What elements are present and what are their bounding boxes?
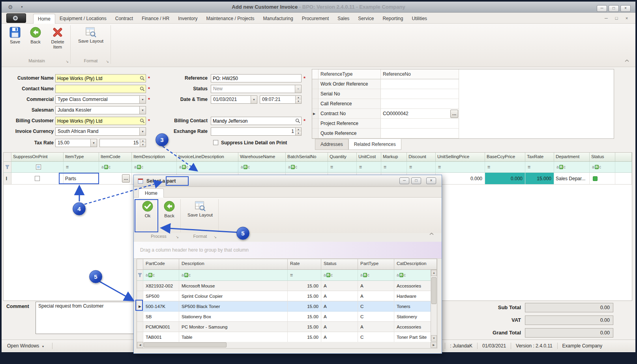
column-header[interactable]: PartCode	[143, 259, 179, 270]
column-header[interactable]: UnitSellingPrice	[436, 153, 485, 162]
part-code-cell[interactable]: PCMON001	[143, 322, 179, 332]
billing-customer-field[interactable]	[55, 117, 146, 125]
tax-rate-combo[interactable]: 15.00 ▼	[55, 139, 97, 147]
filter-checkbox-icon[interactable]	[36, 164, 41, 170]
tab-contract[interactable]: Contract	[111, 14, 137, 24]
reference-type-cell[interactable]: Quote Reference	[318, 129, 381, 138]
save-layout-button[interactable]: Save Layout	[74, 26, 107, 44]
dialog-restore-button[interactable]: □	[411, 177, 421, 184]
search-icon[interactable]	[295, 118, 300, 123]
dropdown-arrow-icon[interactable]: ▼	[251, 96, 257, 103]
spin-up-icon[interactable]: ▲	[140, 139, 146, 143]
part-type-cell[interactable]: C	[358, 301, 394, 312]
tab-equipment-locations[interactable]: Equipment / Locations	[55, 14, 111, 24]
dropdown-arrow-icon[interactable]: ▼	[90, 139, 97, 147]
column-header[interactable]: ItemCode	[99, 153, 132, 162]
group-launcher-icon[interactable]: ↘	[176, 234, 179, 241]
search-icon[interactable]	[140, 86, 145, 91]
part-code-cell[interactable]: TAB001	[143, 332, 179, 342]
reference-no-cell[interactable]	[381, 119, 459, 129]
dialog-close-button[interactable]: ×	[426, 177, 436, 184]
filter-cell[interactable]: =	[381, 162, 407, 173]
spinner[interactable]: ▲▼	[140, 139, 146, 147]
tab-related-references[interactable]: Related References	[348, 139, 401, 150]
column-header[interactable]: Discount	[407, 153, 436, 162]
delete-item-button[interactable]: Delete Item	[47, 26, 69, 50]
group-launcher-icon[interactable]: ↘	[214, 234, 217, 241]
spin-up-icon[interactable]: ▲	[296, 128, 301, 132]
filter-cell[interactable]: =	[64, 162, 99, 173]
filter-cell[interactable]: aBc	[177, 162, 238, 173]
reference-no-cell[interactable]	[381, 89, 459, 99]
group-launcher-icon[interactable]: ↘	[66, 58, 69, 65]
filter-cell[interactable]: =	[288, 270, 321, 281]
part-row[interactable]: SP500 Sprint Colour Copier 15.00 A A Har…	[137, 291, 437, 301]
filter-cell[interactable]: =	[328, 162, 357, 173]
reference-type-column-header[interactable]: ReferenceType	[318, 69, 381, 79]
rate-cell[interactable]: 15.00	[288, 301, 321, 312]
suppress-on-print-cell[interactable]	[11, 173, 64, 185]
description-cell[interactable]: Stationery Box	[179, 312, 288, 322]
ribbon-minimize-icon[interactable]: ─	[602, 16, 610, 21]
status-cell[interactable]: A	[321, 322, 358, 332]
tab-sales[interactable]: Sales	[333, 14, 354, 24]
reference-type-cell[interactable]: Contract No	[318, 109, 381, 119]
rate-cell[interactable]: 15.00	[288, 332, 321, 342]
item-type-cell[interactable]: Parts	[64, 173, 99, 185]
group-launcher-icon[interactable]: ↘	[106, 58, 109, 65]
column-header[interactable]: BatchSerialNo	[286, 153, 328, 162]
scroll-up-button[interactable]: ▲	[431, 270, 437, 276]
exchange-rate-field[interactable]: 1 ▲▼	[211, 127, 302, 136]
base-ccy-price-cell[interactable]: 0.000	[485, 173, 525, 185]
dialog-tab-home[interactable]: Home	[139, 189, 164, 198]
filter-cell[interactable]: aBc	[132, 162, 177, 173]
description-cell[interactable]: PC Monitor - Samsung	[179, 322, 288, 332]
reference-row[interactable]: Serial No	[312, 89, 614, 99]
filter-cell[interactable]: aBc	[143, 270, 179, 281]
invoice-currency-combo[interactable]: South African Rand ▼	[55, 127, 146, 136]
filter-cell[interactable]: aBc	[238, 162, 286, 173]
part-type-cell[interactable]: C	[358, 312, 394, 322]
contact-name-field[interactable]	[55, 85, 146, 93]
billing-customer-input[interactable]	[56, 117, 146, 125]
status-cell[interactable]: A	[321, 291, 358, 301]
column-header[interactable]: Rate	[288, 259, 321, 270]
column-header[interactable]: Markup	[381, 153, 407, 162]
part-code-cell[interactable]: 500-147K	[143, 301, 179, 312]
status-cell[interactable]: A	[321, 281, 358, 291]
time-field[interactable]: 09:07:21 ▲▼	[260, 95, 302, 104]
dialog-minimize-button[interactable]: ─	[399, 177, 409, 184]
rate-cell[interactable]: 15.00	[288, 312, 321, 322]
part-row[interactable]: X821932-002 Microsoft Mouse 15.00 A A Ac…	[137, 281, 437, 291]
reference-row[interactable]: Call Reference	[312, 99, 614, 109]
reference-type-cell[interactable]: Work Order Reference	[318, 79, 381, 89]
column-header[interactable]: BaseCcyPrice	[485, 153, 525, 162]
date-field[interactable]: 01/03/2021 ▼	[211, 95, 257, 104]
rate-cell[interactable]: 15.00	[288, 291, 321, 301]
tab-addresses[interactable]: Addresses	[315, 139, 348, 150]
spinner[interactable]: ▲▼	[295, 96, 301, 103]
column-header[interactable]: TaxRate	[525, 153, 554, 162]
status-cell[interactable]: A	[321, 312, 358, 322]
reference-type-cell[interactable]: Project Reference	[318, 119, 381, 129]
reference-no-cell[interactable]	[381, 79, 459, 89]
column-header[interactable]: Status	[321, 259, 358, 270]
filter-cell[interactable]: =	[357, 162, 381, 173]
dropdown-arrow-icon[interactable]: ▼	[139, 128, 146, 135]
save-button[interactable]: Save	[6, 26, 24, 45]
column-header[interactable]: Quantity	[328, 153, 357, 162]
description-cell[interactable]: Sprint Colour Copier	[179, 291, 288, 301]
reference-row[interactable]: Work Order Reference	[312, 79, 614, 89]
part-row[interactable]: SB Stationery Box 15.00 A C Stationery	[137, 312, 437, 322]
back-button[interactable]: Back	[26, 26, 45, 45]
customer-name-input[interactable]	[56, 75, 146, 82]
reference-no-cell[interactable]	[381, 99, 459, 109]
filter-cell[interactable]: aBc	[321, 270, 358, 281]
status-combo[interactable]: New ▼	[211, 85, 302, 93]
ribbon-restore-icon[interactable]: □	[613, 16, 620, 21]
description-cell[interactable]: Table	[179, 332, 288, 342]
salesman-combo[interactable]: Julanda Kessler ▼	[55, 106, 146, 114]
column-header[interactable]: CatDescription	[394, 259, 437, 270]
customer-name-field[interactable]	[55, 74, 146, 82]
search-icon[interactable]	[140, 118, 145, 123]
